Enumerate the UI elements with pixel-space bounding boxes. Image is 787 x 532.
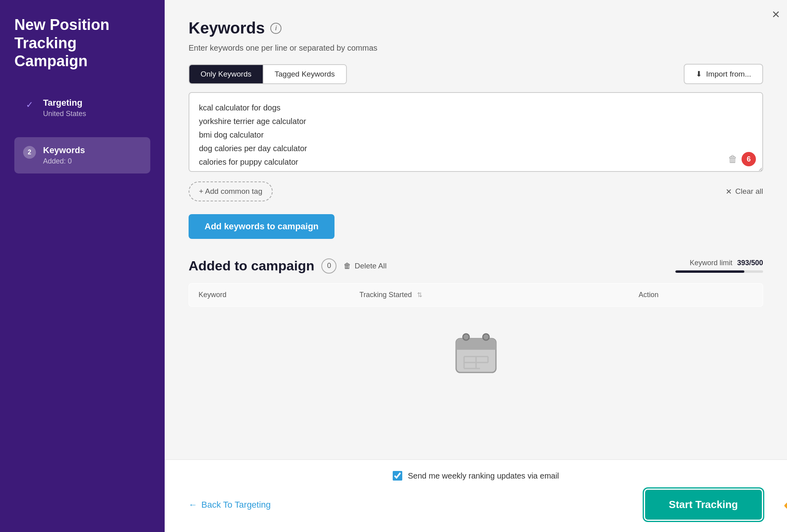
table-header: Keyword Tracking Started ⇅ Action — [189, 284, 763, 307]
main-area: × Keywords i Enter keywords one per line… — [165, 0, 787, 532]
modal-scroll-area[interactable]: Keywords i Enter keywords one per line o… — [165, 0, 787, 459]
step-targeting-label: Targeting — [43, 98, 86, 108]
step-number-icon: 2 — [23, 146, 36, 159]
add-tag-button[interactable]: + Add common tag — [189, 181, 273, 201]
step-keywords-info: Keywords Added: 0 — [43, 145, 85, 166]
back-to-targeting-button[interactable]: ← Back To Targeting — [189, 500, 271, 510]
clear-all-label: Clear all — [735, 187, 763, 196]
clear-all-button[interactable]: ✕ Clear all — [726, 187, 763, 196]
tracking-started-label: Tracking Started — [360, 291, 412, 299]
keywords-badge: 🗑 6 — [728, 152, 756, 166]
campaign-header: Added to campaign 0 🗑 Delete All Keyword… — [189, 258, 763, 274]
sidebar-step-targeting[interactable]: ✓ Targeting United States — [14, 90, 150, 126]
delete-all-label: Delete All — [354, 262, 386, 270]
keyword-limit-progress — [675, 270, 763, 273]
keywords-table: Keyword Tracking Started ⇅ Action — [189, 283, 763, 307]
email-checkbox-row: Send me weekly ranking updates via email — [189, 471, 763, 481]
keyword-limit-info: Keyword limit 393/500 — [690, 259, 763, 267]
tab-only-keywords[interactable]: Only Keywords — [189, 65, 263, 83]
x-icon: ✕ — [726, 187, 732, 196]
tab-tagged-keywords[interactable]: Tagged Keywords — [263, 65, 346, 83]
keywords-section-title: Keywords i — [189, 19, 763, 37]
import-button-label: Import from... — [706, 70, 751, 79]
keywords-subtitle: Enter keywords one per line or separated… — [189, 43, 763, 53]
svg-rect-2 — [456, 345, 496, 350]
table-header-row: Keyword Tracking Started ⇅ Action — [189, 284, 763, 307]
empty-calendar-icon — [452, 331, 500, 378]
arrow-indicator-icon: ➜ — [783, 494, 787, 516]
sidebar: New Position Tracking Campaign ✓ Targeti… — [0, 0, 165, 532]
col-tracking-started: Tracking Started ⇅ — [350, 284, 629, 307]
keywords-area: kcal calculator for dogs yorkshire terri… — [189, 92, 763, 173]
step-targeting-info: Targeting United States — [43, 98, 86, 118]
campaign-count-badge: 0 — [321, 258, 336, 274]
svg-point-4 — [483, 334, 489, 340]
keyword-limit: Keyword limit 393/500 — [675, 259, 763, 273]
tab-bar: Only Keywords Tagged Keywords ⬇ Import f… — [189, 64, 763, 84]
col-action: Action — [629, 284, 763, 307]
start-tracking-button[interactable]: Start Tracking — [644, 489, 763, 521]
keyword-tabs: Only Keywords Tagged Keywords — [189, 64, 347, 84]
keywords-title-text: Keywords — [189, 19, 265, 37]
import-button[interactable]: ⬇ Import from... — [684, 64, 763, 84]
step-targeting-sub: United States — [43, 110, 86, 118]
download-icon: ⬇ — [696, 69, 702, 79]
add-keywords-button[interactable]: Add keywords to campaign — [189, 214, 334, 239]
delete-all-button[interactable]: 🗑 Delete All — [344, 262, 386, 270]
info-icon[interactable]: i — [270, 23, 281, 34]
keyword-limit-text: Keyword limit — [690, 259, 732, 267]
email-checkbox-label: Send me weekly ranking updates via email — [408, 471, 559, 481]
start-tracking-wrapper: Start Tracking ➜ — [644, 489, 763, 521]
modal-footer: Send me weekly ranking updates via email… — [165, 459, 787, 532]
empty-state — [189, 307, 763, 410]
email-checkbox[interactable] — [393, 471, 402, 481]
delete-icon: 🗑 — [344, 262, 351, 270]
sort-icon[interactable]: ⇅ — [417, 292, 422, 298]
campaign-section-title: Added to campaign — [189, 258, 314, 274]
trash-icon[interactable]: 🗑 — [728, 154, 738, 165]
keyword-limit-progress-fill — [675, 270, 744, 273]
modal-content: Keywords i Enter keywords one per line o… — [165, 0, 787, 532]
footer-actions: ← Back To Targeting Start Tracking ➜ — [189, 489, 763, 521]
keyword-limit-value: 393/500 — [737, 259, 763, 267]
action-row: + Add common tag ✕ Clear all — [189, 181, 763, 201]
back-button-label: Back To Targeting — [201, 500, 271, 510]
step-keywords-sub: Added: 0 — [43, 157, 85, 166]
sidebar-step-keywords[interactable]: 2 Keywords Added: 0 — [14, 137, 150, 173]
close-button[interactable]: × — [772, 7, 780, 21]
keyword-count-badge: 6 — [742, 152, 756, 166]
back-arrow-icon: ← — [189, 500, 197, 510]
keywords-textarea[interactable]: kcal calculator for dogs yorkshire terri… — [189, 92, 763, 172]
col-keyword: Keyword — [189, 284, 350, 307]
step-check-icon: ✓ — [23, 99, 36, 111]
svg-point-3 — [463, 334, 469, 340]
step-keywords-label: Keywords — [43, 145, 85, 156]
sidebar-title: New Position Tracking Campaign — [14, 16, 150, 71]
